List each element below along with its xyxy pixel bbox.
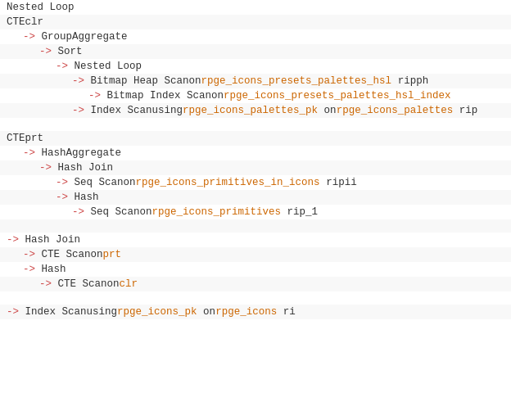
spacer-2 — [0, 219, 511, 233]
seq-scan-line-2: -> Seq Scan on rpge_icons_primitives rip… — [0, 205, 511, 219]
title-line: Nested Loop — [0, 0, 511, 15]
alias-5: rip_1 — [287, 206, 319, 218]
cte-prt-header: CTE prt — [0, 131, 511, 146]
on-keyword-1: on — [189, 75, 201, 87]
seq-scan-line-1: -> Seq Scan on rpge_icons_primitives_in_… — [0, 175, 511, 190]
on-keyword-7: on — [107, 278, 120, 290]
arrow-12: -> — [7, 234, 19, 246]
bitmap-heap-scan-node: Bitmap Heap Scan — [91, 75, 189, 87]
cte-keyword: CTE — [7, 16, 25, 28]
on-keyword-5: on — [140, 206, 152, 218]
hash-join-node-1: Hash Join — [58, 162, 114, 174]
hash-node-1: Hash — [75, 192, 99, 203]
arrow-5: -> — [88, 90, 101, 102]
cte-scan-clr-node: CTE Scan — [58, 278, 107, 290]
cte-clr-name: clr — [25, 16, 44, 28]
cte-prt-name: prt — [25, 133, 44, 144]
sort-line: -> Sort — [0, 44, 511, 59]
hash-aggregate-node: HashAggregate — [42, 147, 122, 159]
nested-loop-node: Nested Loop — [75, 61, 142, 72]
arrow-16: -> — [7, 306, 19, 318]
hash-line-1: -> Hash — [0, 190, 511, 205]
alias-3: rip — [459, 105, 478, 116]
table-name-7: clr — [120, 278, 138, 290]
bitmap-index-scan-node: Bitmap Index Scan — [107, 90, 212, 102]
cte-scan-clr-line: -> CTE Scan on clr — [0, 277, 511, 291]
title-text: Nested Loop — [7, 2, 75, 13]
table-name-2: rpge_icons_presets_palettes_hsl_index — [224, 90, 451, 102]
seq-scan-node-1: Seq Scan — [75, 177, 124, 188]
hash-join-line-1: -> Hash Join — [0, 160, 511, 175]
hash-line-2: -> Hash — [0, 262, 511, 277]
cte-scan-prt-line: -> CTE Scan on prt — [0, 247, 511, 262]
table-name-8: rpge_icons — [215, 306, 277, 318]
arrow-11: -> — [72, 206, 84, 218]
on-keyword-4: on — [124, 177, 136, 188]
spacer-1 — [0, 118, 511, 131]
arrow-1: -> — [23, 31, 35, 43]
hash-join-line-2: -> Hash Join — [0, 233, 511, 247]
arrow-9: -> — [56, 177, 68, 188]
arrow-14: -> — [23, 264, 35, 275]
index-name-2: rpge_icons_pk — [117, 306, 197, 318]
table-name-4: rpge_icons_primitives_in_icons — [136, 177, 320, 188]
alias-1: ripph — [398, 75, 429, 87]
seq-scan-node-2: Seq Scan — [91, 206, 140, 218]
table-name-6: prt — [103, 249, 122, 260]
index-scan-line-2: -> Index Scan using rpge_icons_pk on rpg… — [0, 305, 511, 319]
arrow-15: -> — [39, 278, 52, 290]
arrow-8: -> — [39, 162, 52, 174]
arrow-3: -> — [56, 61, 68, 72]
arrow-13: -> — [23, 249, 35, 260]
arrow-6: -> — [72, 105, 84, 116]
table-name-5: rpge_icons_primitives — [152, 206, 282, 218]
on-keyword-6: on — [91, 249, 103, 260]
index-scan-line-1: -> Index Scan using rpge_icons_palettes_… — [0, 103, 511, 118]
cte-keyword-2: CTE — [7, 133, 25, 144]
arrow-2: -> — [39, 46, 52, 57]
alias-4: ripii — [326, 177, 357, 188]
using-keyword-2: using — [87, 306, 118, 318]
bitmap-heap-scan-line: -> Bitmap Heap Scan on rpge_icons_preset… — [0, 74, 511, 88]
on-keyword-2: on — [211, 90, 224, 102]
arrow-10: -> — [56, 192, 68, 203]
cte-scan-prt-node: CTE Scan — [42, 249, 91, 260]
nested-loop-line: -> Nested Loop — [0, 59, 511, 74]
index-scan-node-1: Index Scan — [91, 105, 152, 116]
hash-join-node-2: Hash Join — [25, 234, 81, 246]
table-name-3: rpge_icons_palettes — [337, 105, 454, 116]
index-name-1: rpge_icons_palettes_pk — [183, 105, 318, 116]
spacer-3 — [0, 291, 511, 305]
arrow-7: -> — [23, 147, 35, 159]
using-keyword-1: using — [152, 105, 183, 116]
group-aggregate-line: -> GroupAggregate — [0, 29, 511, 44]
query-plan-container: Nested Loop CTE clr -> GroupAggregate ->… — [0, 0, 511, 420]
on-keyword-8: on — [203, 306, 215, 318]
table-name-1: rpge_icons_presets_palettes_hsl — [201, 75, 392, 87]
on-keyword-3: on — [324, 105, 337, 116]
index-scan-node-2: Index Scan — [25, 306, 87, 318]
alias-8: ri — [283, 306, 296, 318]
hash-node-2: Hash — [42, 264, 66, 275]
group-aggregate-node: GroupAggregate — [42, 31, 128, 43]
arrow-4: -> — [72, 75, 84, 87]
hash-aggregate-line: -> HashAggregate — [0, 146, 511, 160]
sort-node: Sort — [58, 46, 83, 57]
bitmap-index-scan-line: -> Bitmap Index Scan on rpge_icons_prese… — [0, 88, 511, 103]
cte-clr-header: CTE clr — [0, 15, 511, 29]
